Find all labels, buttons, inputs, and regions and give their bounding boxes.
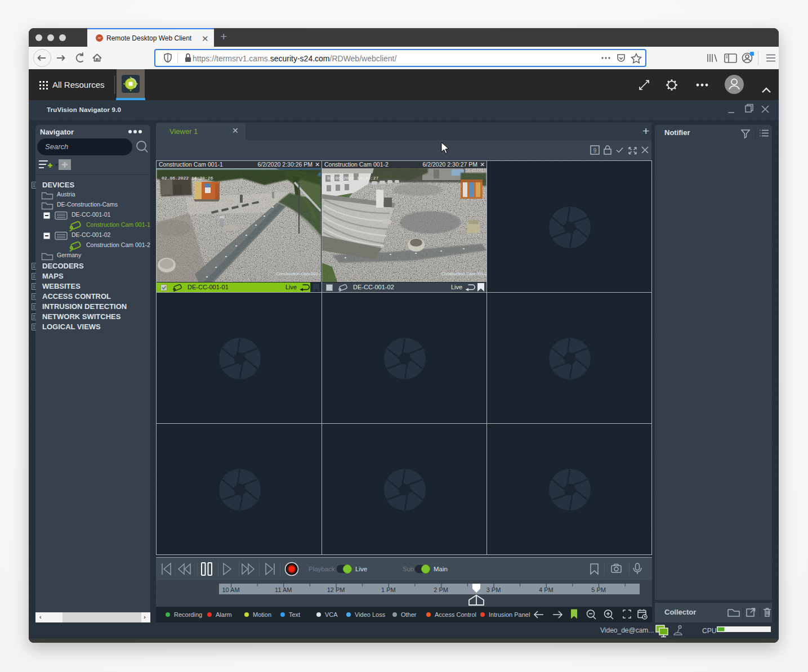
svg-text:10 AM: 10 AM (222, 586, 239, 593)
svg-text:Construction Cam 001-1: Construction Cam 001-1 (276, 271, 321, 276)
svg-text:5 PM: 5 PM (591, 586, 606, 593)
svg-text:Construction Cam 001-2: Construction Cam 001-2 (441, 271, 486, 276)
svg-text:9: 9 (593, 147, 597, 154)
svg-text:1 PM: 1 PM (381, 586, 396, 593)
svg-text:4 PM: 4 PM (539, 586, 553, 593)
svg-text:3 PM: 3 PM (486, 586, 501, 593)
svg-text:02.06.2022 14:30:27: 02.06.2022 14:30:27 (327, 176, 378, 181)
svg-text:Playback: Playback (309, 566, 335, 572)
svg-text:Live: Live (355, 566, 367, 572)
svg-text:02.06.2022 14:30:26: 02.06.2022 14:30:26 (162, 176, 213, 181)
svg-text:2 PM: 2 PM (434, 586, 448, 593)
svg-text:11 AM: 11 AM (275, 586, 292, 593)
svg-text:Sub: Sub (403, 566, 414, 572)
svg-text:12 PM: 12 PM (327, 586, 345, 593)
svg-text:Main: Main (434, 566, 448, 572)
